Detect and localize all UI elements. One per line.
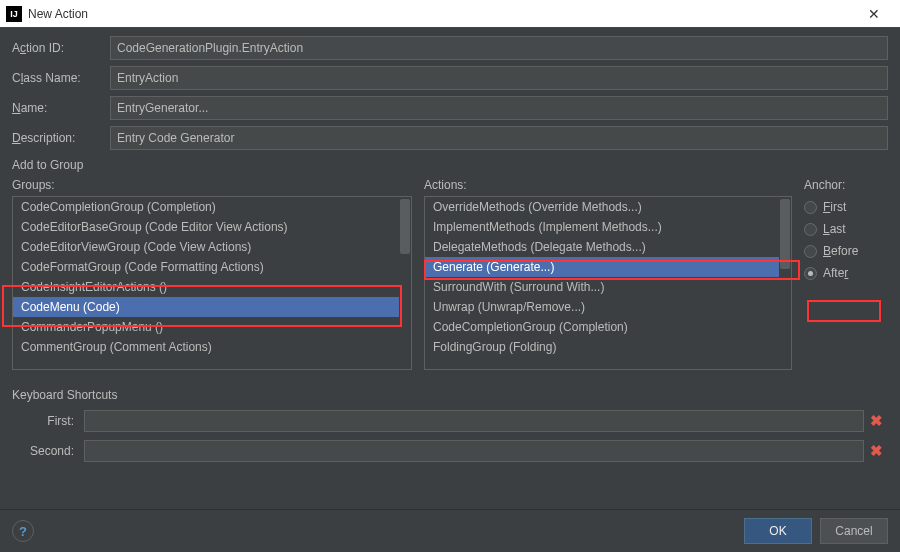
- list-item[interactable]: CodeEditorBaseGroup (Code Editor View Ac…: [13, 217, 411, 237]
- list-item[interactable]: CodeEditorViewGroup (Code View Actions): [13, 237, 411, 257]
- anchor-radio[interactable]: After: [804, 262, 882, 284]
- label-name: Name:: [12, 101, 110, 115]
- list-item[interactable]: CommentGroup (Comment Actions): [13, 337, 411, 357]
- close-icon[interactable]: ✕: [854, 0, 894, 28]
- actions-header: Actions:: [424, 178, 792, 192]
- list-item[interactable]: CodeInsightEditorActions (): [13, 277, 411, 297]
- action-id-input[interactable]: [110, 36, 888, 60]
- radio-label: First: [823, 200, 846, 214]
- app-icon: IJ: [6, 6, 22, 22]
- name-input[interactable]: [110, 96, 888, 120]
- list-item[interactable]: DelegateMethods (Delegate Methods...): [425, 237, 791, 257]
- window-title: New Action: [28, 7, 854, 21]
- list-item[interactable]: CommanderPopupMenu (): [13, 317, 411, 337]
- anchor-radio[interactable]: Last: [804, 218, 882, 240]
- radio-icon: [804, 267, 817, 280]
- list-item[interactable]: SurroundWith (Surround With...): [425, 277, 791, 297]
- description-input[interactable]: [110, 126, 888, 150]
- radio-icon: [804, 201, 817, 214]
- label-class-name: Class Name:: [12, 71, 110, 85]
- list-item[interactable]: CodeFormatGroup (Code Formatting Actions…: [13, 257, 411, 277]
- anchor-radio[interactable]: Before: [804, 240, 882, 262]
- anchor-radio[interactable]: First: [804, 196, 882, 218]
- shortcut-first-clear-icon[interactable]: ✖: [864, 412, 888, 430]
- list-item[interactable]: OverrideMethods (Override Methods...): [425, 197, 791, 217]
- class-name-input[interactable]: [110, 66, 888, 90]
- annotation-box-anchor: [807, 300, 881, 322]
- shortcuts-header: Keyboard Shortcuts: [12, 388, 888, 402]
- list-item[interactable]: CodeCompletionGroup (Completion): [425, 317, 791, 337]
- help-icon[interactable]: ?: [12, 520, 34, 542]
- dialog-footer: ? OK Cancel: [0, 509, 900, 552]
- list-item[interactable]: CodeCompletionGroup (Completion): [13, 197, 411, 217]
- shortcut-second-input[interactable]: [84, 440, 864, 462]
- ok-button[interactable]: OK: [744, 518, 812, 544]
- label-shortcut-first: First:: [12, 414, 84, 428]
- radio-icon: [804, 223, 817, 236]
- list-item[interactable]: Unwrap (Unwrap/Remove...): [425, 297, 791, 317]
- list-item[interactable]: ImplementMethods (Implement Methods...): [425, 217, 791, 237]
- label-description: Description:: [12, 131, 110, 145]
- list-item[interactable]: FoldingGroup (Folding): [425, 337, 791, 357]
- shortcut-first-input[interactable]: [84, 410, 864, 432]
- label-shortcut-second: Second:: [12, 444, 84, 458]
- actions-listbox[interactable]: OverrideMethods (Override Methods...)Imp…: [424, 196, 792, 370]
- titlebar: IJ New Action ✕: [0, 0, 900, 28]
- shortcut-second-clear-icon[interactable]: ✖: [864, 442, 888, 460]
- anchor-header: Anchor:: [804, 178, 882, 192]
- groups-listbox[interactable]: CodeCompletionGroup (Completion)CodeEdit…: [12, 196, 412, 370]
- radio-label: Last: [823, 222, 846, 236]
- add-to-group-label: Add to Group: [12, 158, 888, 172]
- groups-scrollbar[interactable]: [399, 197, 411, 369]
- radio-label: After: [823, 266, 848, 280]
- actions-scrollbar[interactable]: [779, 197, 791, 369]
- groups-header: Groups:: [12, 178, 412, 192]
- radio-label: Before: [823, 244, 858, 258]
- cancel-button[interactable]: Cancel: [820, 518, 888, 544]
- label-action-id: Action ID:: [12, 41, 110, 55]
- list-item[interactable]: Generate (Generate...): [425, 257, 791, 277]
- list-item[interactable]: CodeMenu (Code): [13, 297, 411, 317]
- radio-icon: [804, 245, 817, 258]
